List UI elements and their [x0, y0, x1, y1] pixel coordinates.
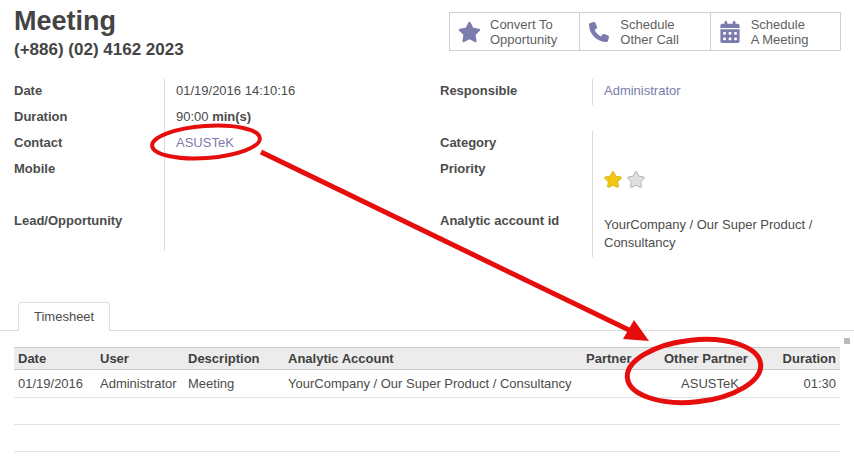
- priority-label: Priority: [440, 157, 592, 209]
- category-value: [592, 131, 846, 157]
- schedule-a-meeting-button[interactable]: ScheduleA Meeting: [710, 13, 840, 50]
- priority-stars: [604, 161, 846, 188]
- cell-description: Meeting: [184, 370, 284, 398]
- schedule-other-call-button[interactable]: ScheduleOther Call: [579, 13, 709, 50]
- duration-value: 90:00 min(s): [164, 105, 438, 131]
- cell-partner: [582, 370, 660, 398]
- table-scrollbar[interactable]: [844, 338, 850, 344]
- mobile-label: Mobile: [14, 157, 164, 183]
- mobile-value: [164, 157, 438, 183]
- cell-analytic-account: YourCompany / Our Super Product / Consul…: [284, 370, 582, 398]
- col-header-other-partner[interactable]: Other Partner: [660, 348, 760, 370]
- field-row-category: Category: [440, 131, 846, 157]
- responsible-field-group: Responsible Administrator: [440, 79, 846, 105]
- lead-opportunity-label: Lead/Opportunity: [14, 209, 164, 235]
- duration-unit: min(s): [212, 109, 251, 124]
- field-row-spacer: [14, 183, 438, 209]
- field-row-analytic-account: Analytic account id YourCompany / Our Su…: [440, 209, 846, 257]
- tab-bar-divider: [0, 330, 854, 331]
- responsible-label: Responsible: [440, 79, 592, 105]
- lead-opportunity-value: [164, 209, 438, 235]
- field-row-responsible: Responsible Administrator: [440, 79, 846, 105]
- date-label: Date: [14, 79, 164, 105]
- category-label: Category: [440, 131, 592, 157]
- field-row-lead-opportunity: Lead/Opportunity: [14, 209, 438, 235]
- phone-icon: [586, 22, 612, 42]
- col-header-user[interactable]: User: [96, 348, 184, 370]
- field-row-contact: Contact ASUSTeK: [14, 131, 438, 157]
- schedule-call-button-label: ScheduleOther Call: [620, 17, 679, 47]
- empty-table-row[interactable]: [14, 398, 840, 425]
- duration-label: Duration: [14, 105, 164, 131]
- col-header-duration[interactable]: Duration: [760, 348, 840, 370]
- col-header-description[interactable]: Description: [184, 348, 284, 370]
- left-field-group: Date 01/19/2016 14:10:16 Duration 90:00 …: [14, 79, 438, 251]
- priority-star-empty-icon[interactable]: [627, 171, 645, 188]
- analytic-account-label: Analytic account id: [440, 209, 592, 257]
- field-row-duration: Duration 90:00 min(s): [14, 105, 438, 131]
- table-header-row: Date User Description Analytic Account P…: [14, 348, 840, 370]
- responsible-link[interactable]: Administrator: [604, 83, 681, 98]
- table-row[interactable]: 01/19/2016 Administrator Meeting YourCom…: [14, 370, 840, 398]
- analytic-account-value: YourCompany / Our Super Product / Consul…: [604, 213, 832, 252]
- star-icon: [456, 21, 482, 43]
- category-field-group: Category Priority Analytic account id Yo…: [440, 131, 846, 257]
- cell-user: Administrator: [96, 370, 184, 398]
- timesheet-table: Date User Description Analytic Account P…: [14, 347, 840, 452]
- priority-star-filled-icon[interactable]: [604, 171, 622, 188]
- contact-label: Contact: [14, 131, 164, 157]
- phone-number-subtitle: (+886) (02) 4162 2023: [14, 40, 184, 60]
- col-header-analytic-account[interactable]: Analytic Account: [284, 348, 582, 370]
- field-row-priority: Priority: [440, 157, 846, 209]
- calendar-icon: [717, 21, 743, 43]
- cell-other-partner: ASUSTeK: [660, 370, 760, 398]
- col-header-date[interactable]: Date: [14, 348, 96, 370]
- convert-button-label: Convert ToOpportunity: [490, 17, 557, 47]
- contact-link[interactable]: ASUSTeK: [176, 135, 234, 150]
- convert-to-opportunity-button[interactable]: Convert ToOpportunity: [450, 13, 579, 50]
- date-value: 01/19/2016 14:10:16: [164, 79, 438, 105]
- field-row-mobile: Mobile: [14, 157, 438, 183]
- schedule-meeting-button-label: ScheduleA Meeting: [751, 17, 809, 47]
- field-row-date: Date 01/19/2016 14:10:16: [14, 79, 438, 105]
- header-button-group: Convert ToOpportunity ScheduleOther Call…: [449, 12, 841, 51]
- col-header-partner[interactable]: Partner: [582, 348, 660, 370]
- cell-duration: 01:30: [760, 370, 840, 398]
- empty-table-row[interactable]: [14, 425, 840, 452]
- cell-date: 01/19/2016: [14, 370, 96, 398]
- page-title: Meeting: [14, 6, 116, 37]
- tab-timesheet[interactable]: Timesheet: [18, 302, 110, 331]
